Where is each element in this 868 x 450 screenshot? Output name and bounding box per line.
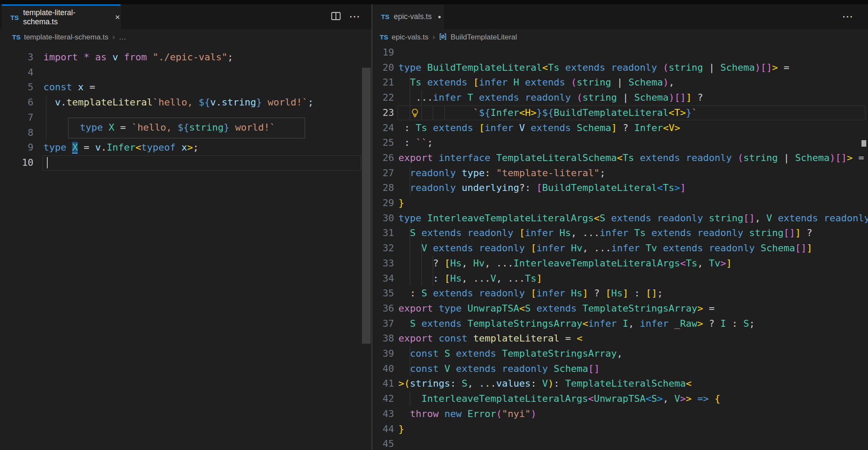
code-line[interactable]: 29} [372, 196, 868, 211]
code-token [473, 288, 479, 299]
line-number[interactable]: 19 [372, 45, 394, 60]
line-number[interactable]: 40 [372, 361, 394, 377]
line-number[interactable]: 23 [372, 105, 394, 121]
line-number[interactable]: 39 [372, 346, 394, 361]
code-token: [ [531, 243, 536, 253]
line-number[interactable]: 21 [372, 75, 394, 90]
line-number[interactable]: 29 [372, 196, 394, 211]
code-line[interactable]: 39 const S extends TemplateStringsArray, [372, 346, 868, 361]
code-token [398, 393, 421, 404]
scrollbar-mark[interactable] [861, 140, 866, 147]
lightbulb-icon[interactable] [410, 108, 420, 120]
breadcrumb-more[interactable]: … [119, 33, 126, 42]
code-line[interactable]: 19 [372, 45, 868, 60]
split-editor-icon[interactable] [331, 11, 341, 23]
code-line[interactable]: 33 ? [Hs, Hv, ...InterleaveTemplateLiter… [372, 256, 868, 271]
code-line[interactable]: 22 ...infer T extends readonly (string |… [372, 90, 868, 105]
code-line[interactable]: 25 : ``; [372, 135, 868, 151]
code-line[interactable]: 35 : S extends readonly [infer Hs] ? [Hs… [372, 286, 868, 301]
line-number[interactable]: 26 [372, 151, 394, 166]
code-line[interactable]: 34 : [Hs, ...V, ...Ts] [372, 271, 868, 286]
code-token: = [853, 152, 868, 163]
line-number[interactable]: 25 [372, 135, 394, 151]
code-line[interactable]: 31 S extends readonly [infer Hs, ...infe… [372, 226, 868, 241]
line-number[interactable]: 20 [372, 60, 394, 76]
code-line[interactable]: 42 InterleaveTemplateLiteralArgs<UnwrapT… [372, 391, 868, 407]
line-number[interactable]: 37 [372, 316, 394, 332]
code-line[interactable]: 43 throw new Error("nyi") [372, 407, 868, 422]
unsaved-changes-dot[interactable]: ● [438, 13, 441, 20]
code-line[interactable]: 23 `${Infer<H>}${BuildTemplateLiteral<T>… [372, 105, 868, 121]
line-number[interactable]: 4 [9, 65, 33, 80]
line-number[interactable]: 44 [372, 422, 394, 437]
line-number[interactable]: 7 [9, 110, 33, 125]
code-area-epic-vals[interactable]: 1920type BuildTemplateLiteral<Ts extends… [372, 45, 868, 450]
more-actions-icon[interactable]: ⋯ [349, 4, 360, 29]
code-line[interactable]: 6 v.templateLiteral`hello, ${v.string} w… [0, 95, 372, 110]
line-number[interactable]: 42 [372, 391, 394, 407]
editor-split-sash[interactable] [372, 4, 372, 450]
close-tab-icon[interactable]: ✕ [115, 13, 120, 21]
code-token: : [398, 137, 416, 148]
line-number[interactable]: 6 [9, 95, 33, 110]
line-number[interactable]: 35 [372, 286, 394, 301]
code-token: infer [485, 122, 513, 133]
line-number[interactable]: 8 [9, 125, 33, 141]
line-number[interactable]: 27 [372, 166, 394, 181]
code-token: readonly [824, 213, 868, 223]
code-line[interactable]: 30type InterleaveTemplateLiteralArgs<S e… [372, 211, 868, 226]
vertical-scrollbar[interactable] [362, 68, 371, 344]
line-number[interactable]: 30 [372, 211, 394, 226]
code-line[interactable]: 4 [0, 65, 372, 80]
code-token: TemplateStringsArray [502, 348, 617, 359]
code-line[interactable]: 41>(strings: S, ...values: V): TemplateL… [372, 376, 868, 391]
code-line[interactable]: 44} [372, 422, 868, 437]
line-number[interactable]: 31 [372, 226, 394, 241]
code-token: : [398, 273, 444, 284]
line-number[interactable]: 32 [372, 241, 394, 256]
code-line[interactable]: 37 S extends TemplateStringsArray<infer … [372, 316, 868, 332]
code-line[interactable]: 21 Ts extends [infer H extends (string |… [372, 75, 868, 90]
code-line[interactable]: 28 readonly underlying?: [BuildTemplateL… [372, 181, 868, 196]
line-number[interactable]: 22 [372, 90, 394, 105]
code-line[interactable]: 3import * as v from "./epic-vals"; [0, 50, 372, 65]
code-line[interactable]: 26export interface TemplateLiteralSchema… [372, 151, 868, 166]
line-number[interactable]: 41 [372, 376, 394, 391]
line-number[interactable]: 36 [372, 301, 394, 316]
tab-template-literal-schema[interactable]: TS template-literal-schema.ts ✕ [2, 4, 121, 29]
code-line[interactable]: 5const x = [0, 80, 372, 95]
line-number[interactable]: 45 [372, 437, 394, 450]
code-token: , [462, 258, 473, 269]
breadcrumb-file[interactable]: epic-vals.ts [391, 33, 428, 42]
code-line[interactable]: 36export type UnwrapTSA<S extends Templa… [372, 301, 868, 316]
breadcrumb-symbol[interactable]: BuildTemplateLiteral [450, 33, 517, 42]
line-number[interactable]: 24 [372, 121, 394, 136]
line-number[interactable]: 38 [372, 331, 394, 346]
code-line[interactable]: 27 readonly type: "template-literal"; [372, 166, 868, 181]
more-actions-icon[interactable]: ⋯ [842, 4, 853, 29]
code-line[interactable]: 38export const templateLiteral = < [372, 331, 868, 346]
line-number[interactable]: 28 [372, 181, 394, 196]
line-number[interactable]: 5 [9, 80, 33, 95]
code-area-template-literal-schema[interactable]: type X = `hello, ${string} world!` 3impo… [0, 45, 372, 450]
line-number[interactable]: 3 [9, 50, 33, 65]
code-token: > [697, 318, 703, 329]
code-line[interactable]: 24 : Ts extends [infer V extends Schema]… [372, 121, 868, 136]
line-number[interactable]: 43 [372, 407, 394, 422]
line-number[interactable]: 34 [372, 271, 394, 286]
line-number[interactable]: 10 [9, 155, 33, 171]
code-line[interactable]: 20type BuildTemplateLiteral<Ts extends r… [372, 60, 868, 76]
code-line[interactable]: 45 [372, 437, 868, 450]
code-line[interactable]: 10 [0, 155, 372, 171]
code-token: > [697, 303, 703, 314]
code-token [416, 227, 421, 238]
tab-epic-vals[interactable]: TS epic-vals.ts ● [372, 4, 444, 29]
hover-tooltip[interactable]: type X = `hello, ${string} world!` [68, 118, 305, 138]
code-line[interactable]: 40 const V extends readonly Schema[] [372, 361, 868, 377]
line-number[interactable]: 33 [372, 256, 394, 271]
code-line[interactable]: 9type X = v.Infer<typeof x>; [0, 140, 372, 155]
breadcrumb-file[interactable]: template-literal-schema.ts [24, 33, 108, 42]
line-number[interactable]: 9 [9, 140, 33, 155]
code-line[interactable]: 32 V extends readonly [infer Hv, ...infe… [372, 241, 868, 256]
code-token: , ... [467, 378, 496, 389]
